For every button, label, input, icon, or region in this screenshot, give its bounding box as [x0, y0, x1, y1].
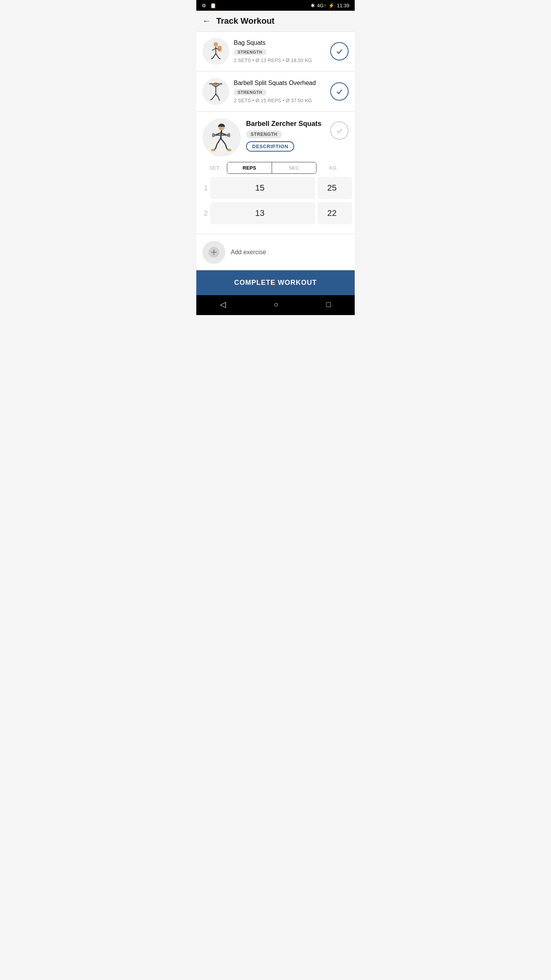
svg-point-37 — [227, 149, 231, 151]
exercise-tag-barbell-split: STRENGTH — [234, 89, 266, 95]
exercise-name-barbell-split: Barbell Split Squats Overhead — [234, 80, 326, 87]
svg-line-33 — [225, 144, 227, 149]
svg-point-0 — [214, 42, 218, 47]
exercise-illustration-barbell-split — [205, 81, 227, 102]
status-bar-right: ✱ 4G↑ ⚡ 11:39 — [311, 3, 349, 8]
svg-line-8 — [219, 58, 220, 59]
exercise-card-barbell-split: Barbell Split Squats Overhead STRENGTH 2… — [196, 72, 355, 111]
signal-icon: 4G↑ — [317, 3, 326, 8]
svg-line-17 — [212, 94, 216, 99]
add-set-button[interactable]: + — [354, 207, 355, 219]
svg-line-32 — [215, 144, 217, 149]
exercise-expanded-info-zercher: Barbell Zercher Squats STRENGTH DESCRIPT… — [246, 118, 349, 152]
set-row-1: 1 × — [204, 177, 347, 199]
set-number-2: 2 — [204, 209, 208, 217]
svg-line-20 — [210, 99, 212, 100]
add-exercise-icon — [208, 247, 220, 258]
checkmark-icon-zercher — [335, 126, 344, 135]
set-number-1: 1 — [204, 184, 208, 192]
svg-line-2 — [212, 48, 216, 51]
exercise-top-zercher: Barbell Zercher Squats STRENGTH DESCRIPT… — [202, 118, 349, 157]
complete-workout-button[interactable]: COMPLETE WORKOUT — [196, 270, 355, 295]
reps-tab[interactable]: REPS — [227, 162, 272, 173]
svg-line-31 — [221, 138, 225, 144]
page-title: Track Workout — [216, 16, 274, 26]
svg-line-19 — [218, 97, 220, 101]
delete-set-1[interactable]: × — [354, 183, 355, 193]
exercise-card-zercher-squats: Barbell Zercher Squats STRENGTH DESCRIPT… — [196, 112, 355, 234]
status-bar: ⚙ 📋 ✱ 4G↑ ⚡ 11:39 — [196, 0, 355, 11]
svg-line-23 — [216, 133, 221, 135]
check-button-bag-squats[interactable] — [330, 42, 349, 60]
sets-section: SET REPS SEC KG 1 × 2 + — [202, 162, 349, 234]
task-icon: 📋 — [210, 3, 216, 8]
time-display: 11:39 — [337, 3, 349, 8]
exercise-name-bag-squats: Bag Squats — [234, 39, 326, 46]
exercise-name-zercher: Barbell Zercher Squats — [246, 120, 321, 128]
svg-line-6 — [216, 54, 219, 58]
check-button-zercher[interactable] — [330, 121, 349, 140]
add-exercise-row[interactable]: Add exercise — [196, 235, 355, 270]
back-button[interactable]: ← — [202, 17, 211, 25]
bluetooth-icon: ✱ — [311, 3, 315, 8]
svg-line-5 — [213, 54, 216, 58]
nav-recents-button[interactable]: □ — [326, 300, 331, 309]
exercise-stats-barbell-split: 2 SETS • Ø 15 REPS • Ø 37.50 KG — [234, 98, 326, 103]
svg-line-7 — [211, 58, 213, 59]
settings-icon: ⚙ — [202, 3, 206, 8]
svg-rect-14 — [209, 83, 211, 85]
nav-bar: ◁ ○ □ — [196, 295, 355, 315]
set-column-header: SET — [205, 165, 224, 171]
description-button[interactable]: DESCRIPTION — [246, 141, 294, 152]
exercise-card-bag-squats: Bag Squats STRENGTH 2 SETS • Ø 13 REPS •… — [196, 32, 355, 71]
exercise-illustration-zercher — [206, 122, 237, 153]
checkmark-icon-bag-squats — [335, 47, 344, 56]
kg-input-2[interactable] — [318, 202, 352, 224]
sec-tab[interactable]: SEC — [272, 162, 316, 173]
exercise-tag-bag-squats: STRENGTH — [234, 49, 266, 55]
set-row-2: 2 + — [204, 202, 347, 224]
reps-input-1[interactable] — [210, 177, 315, 199]
content: Bag Squats STRENGTH 2 SETS • Ø 13 REPS •… — [196, 32, 355, 270]
reps-input-2[interactable] — [210, 202, 315, 224]
svg-point-28 — [212, 133, 214, 137]
exercise-illustration-bag-squats — [205, 41, 227, 62]
nav-back-button[interactable]: ◁ — [220, 300, 226, 309]
add-exercise-avatar — [202, 241, 225, 264]
svg-rect-15 — [220, 83, 222, 85]
add-exercise-label: Add exercise — [231, 249, 266, 256]
kg-column-header: KG — [320, 165, 346, 171]
exercise-avatar-barbell-split — [202, 78, 229, 105]
header: ← Track Workout — [196, 11, 355, 32]
exercise-avatar-zercher — [202, 118, 241, 157]
svg-point-29 — [228, 133, 230, 137]
svg-line-22 — [221, 130, 222, 138]
exercise-info-bag-squats: Bag Squats STRENGTH 2 SETS • Ø 13 REPS •… — [234, 39, 326, 63]
exercise-avatar-bag-squats — [202, 38, 229, 65]
exercise-stats-bag-squats: 2 SETS • Ø 13 REPS • Ø 18.50 KG — [234, 57, 326, 63]
exercise-tag-zercher: STRENGTH — [246, 131, 282, 138]
svg-rect-4 — [218, 46, 222, 51]
sets-header: SET REPS SEC KG — [204, 162, 347, 174]
checkmark-icon-barbell-split — [335, 87, 344, 96]
nav-home-button[interactable]: ○ — [274, 300, 278, 309]
battery-icon: ⚡ — [328, 3, 334, 8]
check-button-barbell-split[interactable] — [330, 82, 349, 101]
reps-sec-tabs[interactable]: REPS SEC — [227, 162, 316, 174]
exercise-info-barbell-split: Barbell Split Squats Overhead STRENGTH 2… — [234, 80, 326, 103]
svg-point-36 — [211, 149, 215, 151]
svg-line-18 — [216, 94, 218, 97]
kg-input-1[interactable] — [318, 177, 352, 199]
status-bar-left: ⚙ 📋 — [202, 3, 216, 8]
svg-line-30 — [217, 138, 221, 144]
